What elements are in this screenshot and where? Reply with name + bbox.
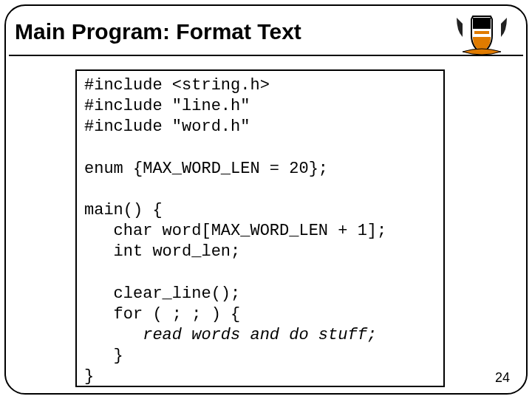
code-line: } (84, 347, 123, 365)
code-listing: #include <string.h> #include "line.h" #i… (84, 75, 436, 387)
code-line: #include <string.h> (84, 76, 270, 95)
code-placeholder: read words and do stuff; (143, 326, 377, 344)
code-indent (84, 326, 143, 344)
code-line: #include "line.h" (84, 97, 250, 115)
title-bar: Main Program: Format Text (9, 9, 523, 56)
slide-title: Main Program: Format Text (15, 19, 301, 44)
slide-frame: Main Program: Format Text #include <stri… (4, 4, 528, 395)
code-line: for ( ; ; ) { (84, 305, 240, 324)
code-box: #include <string.h> #include "line.h" #i… (75, 69, 445, 387)
princeton-crest-icon (452, 15, 511, 56)
svg-rect-1 (474, 31, 489, 34)
code-line: #include "word.h" (84, 117, 250, 136)
page-number: 24 (495, 370, 510, 386)
code-line: main() { (84, 201, 163, 219)
code-line: int word_len; (84, 242, 240, 261)
code-line: char word[MAX_WORD_LEN + 1]; (84, 222, 386, 240)
code-line: enum {MAX_WORD_LEN = 20}; (84, 160, 328, 178)
code-line: } (84, 367, 94, 386)
code-line: read words and do stuff; (84, 326, 377, 344)
code-line: clear_line(); (84, 284, 240, 303)
svg-rect-0 (473, 18, 491, 29)
